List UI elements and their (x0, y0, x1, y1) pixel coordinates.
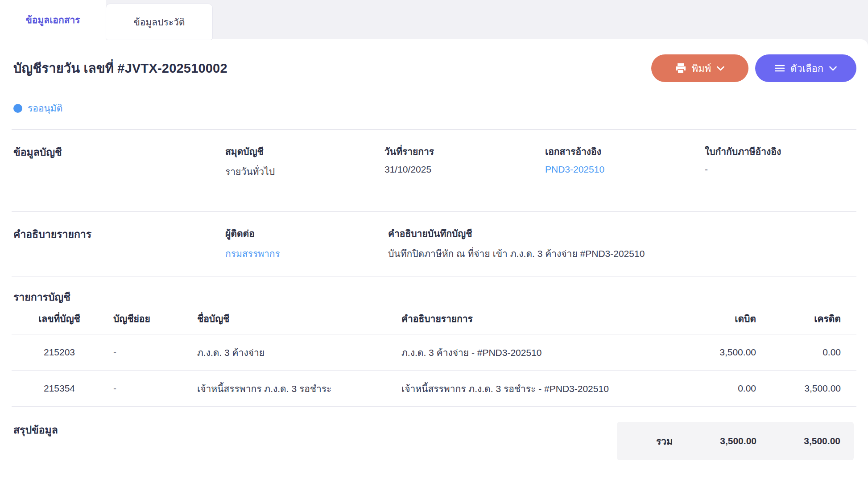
field-reference-document: เอกสารอ้างอิง PND3-202510 (545, 144, 705, 198)
summary-title: สรุปข้อมูล (12, 422, 58, 438)
cell-sub-account: - (107, 334, 191, 371)
column-header-account-name: ชื่อบัญชี (191, 311, 396, 334)
cell-account-name: เจ้าหนี้สรรพากร ภ.ง.ด. 3 รอชำระ (191, 371, 396, 407)
description-title: คำอธิบายรายการ (12, 226, 225, 276)
field-journal-book: สมุดบัญชี รายวันทั่วไป (225, 144, 384, 198)
total-label: รวม (630, 434, 673, 449)
field-tax-invoice-reference: ใบกำกับภาษีอ้างอิง - (705, 144, 856, 198)
table-row: 215354 - เจ้าหนี้สรรพากร ภ.ง.ด. 3 รอชำระ… (12, 371, 856, 407)
options-button-label: ตัวเลือก (790, 61, 823, 76)
cell-credit: 3,500.00 (756, 371, 856, 407)
page-title: บัญชีรายวัน เลขที่ #JVTX-202510002 (12, 58, 227, 78)
tab-document-info[interactable]: ข้อมูลเอกสาร (0, 0, 106, 40)
entries-section: รายการบัญชี เลขที่บัญชี บัญชีย่อย ชื่อบั… (12, 276, 856, 407)
table-row: 215203 - ภ.ง.ด. 3 ค้างจ่าย ภ.ง.ด. 3 ค้าง… (12, 334, 856, 371)
description-section: คำอธิบายรายการ ผู้ติดต่อ กรมสรรพากร คำอธ… (12, 211, 856, 276)
print-button-label: พิมพ์ (692, 61, 711, 76)
column-header-account-no: เลขที่บัญชี (12, 311, 107, 334)
column-header-description: คำอธิบายรายการ (396, 311, 676, 334)
header-actions: พิมพ์ ตัวเลือก (651, 54, 856, 82)
cell-account-no: 215203 (12, 334, 107, 371)
cell-description: ภ.ง.ด. 3 ค้างจ่าย - #PND3-202510 (396, 334, 676, 371)
entries-table: เลขที่บัญชี บัญชีย่อย ชื่อบัญชี คำอธิบาย… (12, 311, 856, 407)
field-journal-description: คำอธิบายบันทึกบัญชี บันทึกปิดภาษีหัก ณ ท… (388, 226, 856, 276)
cell-account-name: ภ.ง.ด. 3 ค้างจ่าย (191, 334, 396, 371)
chevron-down-icon (829, 66, 837, 71)
document-header: บัญชีรายวัน เลขที่ #JVTX-202510002 พิมพ์ (12, 54, 856, 82)
cell-sub-account: - (107, 371, 191, 407)
status-dot-icon (13, 104, 22, 113)
print-button[interactable]: พิมพ์ (651, 54, 748, 82)
contact-link[interactable]: กรมสรรพากร (225, 248, 280, 259)
printer-icon (675, 63, 686, 73)
account-info-section: ข้อมูลบัญชี สมุดบัญชี รายวันทั่วไป วันที… (12, 129, 856, 198)
column-header-debit: เดบิต (676, 311, 756, 334)
entries-header-row: เลขที่บัญชี บัญชีย่อย ชื่อบัญชี คำอธิบาย… (12, 311, 856, 334)
total-credit: 3,500.00 (756, 436, 840, 446)
tabbar: ข้อมูลเอกสาร ข้อมูลประวัติ (0, 0, 868, 39)
document-panel: บัญชีรายวัน เลขที่ #JVTX-202510002 พิมพ์ (0, 39, 868, 495)
account-info-title: ข้อมูลบัญชี (12, 144, 225, 198)
reference-document-link[interactable]: PND3-202510 (545, 164, 604, 174)
column-header-credit: เครดิต (756, 311, 856, 334)
chevron-down-icon (717, 66, 724, 71)
tab-history-info[interactable]: ข้อมูลประวัติ (106, 4, 213, 40)
menu-icon (775, 65, 785, 72)
cell-debit: 0.00 (676, 371, 756, 407)
column-header-sub-account: บัญชีย่อย (107, 311, 191, 334)
summary-section: สรุปข้อมูล รวม 3,500.00 3,500.00 (12, 407, 856, 460)
field-contact: ผู้ติดต่อ กรมสรรพากร (225, 226, 388, 276)
status-label: รออนุมัติ (28, 101, 62, 116)
field-entry-date: วันที่รายการ 31/10/2025 (384, 144, 545, 198)
cell-description: เจ้าหนี้สรรพากร ภ.ง.ด. 3 รอชำระ - #PND3-… (396, 371, 676, 407)
cell-debit: 3,500.00 (676, 334, 756, 371)
entries-title: รายการบัญชี (12, 289, 856, 305)
status-badge: รออนุมัติ (13, 101, 856, 116)
cell-credit: 0.00 (756, 334, 856, 371)
summary-totals: รวม 3,500.00 3,500.00 (617, 422, 854, 460)
cell-account-no: 215354 (12, 371, 107, 407)
tab-document-info-label: ข้อมูลเอกสาร (25, 12, 80, 27)
tab-history-info-label: ข้อมูลประวัติ (134, 15, 185, 29)
options-button[interactable]: ตัวเลือก (755, 54, 856, 82)
total-debit: 3,500.00 (673, 436, 756, 446)
